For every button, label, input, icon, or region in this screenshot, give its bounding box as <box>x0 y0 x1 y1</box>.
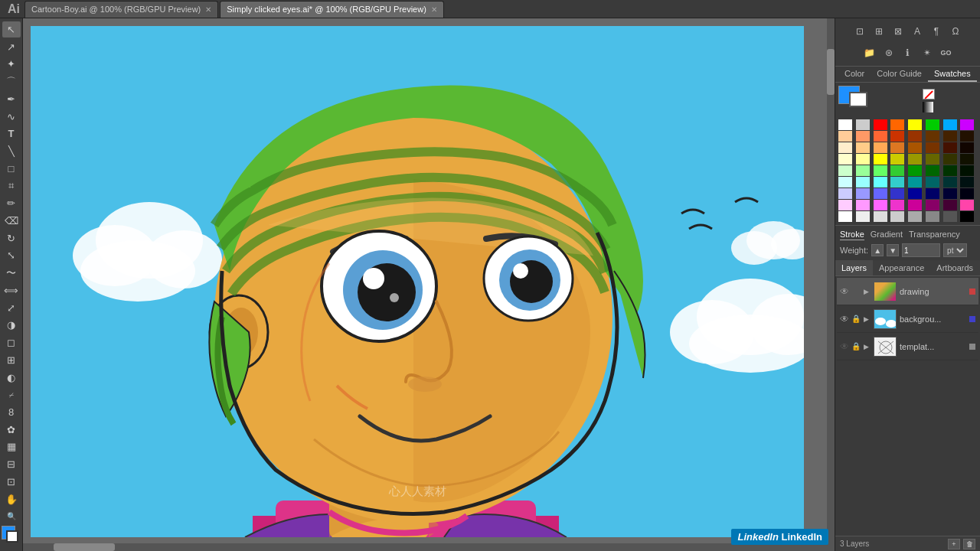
free-transform-tool[interactable]: ⤢ <box>2 300 21 316</box>
swatch[interactable] <box>890 211 904 222</box>
swatch[interactable] <box>960 119 974 130</box>
swatch[interactable] <box>856 154 870 165</box>
layer-row-drawing[interactable]: 👁 ▶ drawing <box>837 278 978 305</box>
swatch[interactable] <box>856 119 870 130</box>
panel-icon-char[interactable]: A <box>909 23 926 40</box>
swatch[interactable] <box>926 119 939 130</box>
swatch[interactable] <box>890 188 904 199</box>
swatch[interactable] <box>874 154 887 165</box>
direct-selection-tool[interactable]: ↗ <box>2 39 21 55</box>
swatch[interactable] <box>874 165 887 176</box>
swatch[interactable] <box>926 131 939 142</box>
tab-close-2[interactable]: ✕ <box>431 5 437 14</box>
stroke-weight-input[interactable]: 1 <box>902 243 940 257</box>
shape-builder-tool[interactable]: ◑ <box>2 317 21 333</box>
layer-visibility-background[interactable]: 👁 <box>838 314 851 324</box>
swatch[interactable] <box>960 165 974 176</box>
scroll-thumb-v[interactable] <box>827 49 835 95</box>
delete-layer-button[interactable]: 🗑 <box>963 539 975 549</box>
panel-icon-open[interactable]: 📁 <box>861 44 878 61</box>
swatch[interactable] <box>890 131 904 142</box>
layer-expand-template[interactable]: ▶ <box>861 343 871 350</box>
swatch[interactable] <box>926 211 939 222</box>
swatch[interactable] <box>838 211 852 222</box>
swatch[interactable] <box>926 200 939 210</box>
stroke-tab-gradient[interactable]: Gradient <box>871 229 903 240</box>
graph-tool[interactable]: ▦ <box>2 439 21 455</box>
swatch[interactable] <box>856 188 870 199</box>
layer-row-template[interactable]: 👁 🔒 ▶ templat... <box>837 333 978 360</box>
panel-icon-nav[interactable]: ⊛ <box>880 44 897 61</box>
layer-visibility-drawing[interactable]: 👁 <box>838 286 851 297</box>
swatch[interactable] <box>856 211 870 222</box>
panel-icon-go[interactable]: GO <box>938 44 955 61</box>
gradient-tool[interactable]: ◐ <box>2 370 21 386</box>
panel-icon-align[interactable]: ⊞ <box>871 23 887 40</box>
swatch[interactable] <box>874 211 887 222</box>
swatch[interactable] <box>943 142 957 153</box>
line-tool[interactable]: ╲ <box>2 143 21 159</box>
swatch[interactable] <box>874 142 887 153</box>
swatch[interactable] <box>908 142 922 153</box>
swatch[interactable] <box>856 131 870 142</box>
panel-icon-para[interactable]: ¶ <box>928 23 945 40</box>
swatch[interactable] <box>908 131 922 142</box>
swatch[interactable] <box>856 200 870 210</box>
layer-row-background[interactable]: 👁 🔒 ▶ backgrou... <box>837 305 978 333</box>
swatch[interactable] <box>926 177 939 187</box>
swatch[interactable] <box>960 142 974 153</box>
swatch[interactable] <box>856 177 870 187</box>
swatch[interactable] <box>943 200 957 210</box>
swatch[interactable] <box>943 165 957 176</box>
stroke-color-box[interactable] <box>6 530 18 543</box>
swatch[interactable] <box>890 200 904 210</box>
stroke-tab-stroke[interactable]: Stroke <box>840 229 864 240</box>
layer-lock-background[interactable]: 🔒 <box>851 315 861 323</box>
type-tool[interactable]: T <box>2 126 21 142</box>
layer-visibility-template[interactable]: 👁 <box>838 341 851 352</box>
swatch[interactable] <box>838 165 852 176</box>
swatch[interactable] <box>838 119 852 130</box>
tab-cartoon-boy[interactable]: Cartoon-Boy.ai @ 100% (RGB/GPU Preview) … <box>24 1 218 18</box>
pen-tool[interactable]: ✒ <box>2 91 21 107</box>
eraser-tool[interactable]: ⌫ <box>2 213 21 229</box>
stroke-tab-transparency[interactable]: Transparency <box>909 229 960 240</box>
lasso-tool[interactable]: ⌒ <box>2 73 21 90</box>
swatch[interactable] <box>874 119 887 130</box>
paintbrush-tool[interactable]: ⌗ <box>2 178 21 194</box>
swatch[interactable] <box>890 165 904 176</box>
tab-swatches[interactable]: Swatches <box>928 67 977 82</box>
none-icon[interactable] <box>923 89 935 99</box>
swatch[interactable] <box>960 188 974 199</box>
swatch[interactable] <box>960 177 974 187</box>
scroll-thumb-h[interactable] <box>54 543 115 551</box>
canvas-scrollbar-h[interactable] <box>23 543 827 551</box>
canvas-scrollbar-v[interactable] <box>827 18 835 551</box>
swatch[interactable] <box>856 165 870 176</box>
swatch[interactable] <box>908 211 922 222</box>
slice-tool[interactable]: ⊡ <box>2 474 21 490</box>
stroke-indicator[interactable] <box>849 92 867 107</box>
selection-tool[interactable]: ↖ <box>2 21 21 37</box>
swatch[interactable] <box>943 188 957 199</box>
swatch[interactable] <box>890 119 904 130</box>
swatch[interactable] <box>838 200 852 210</box>
swatch[interactable] <box>960 131 974 142</box>
panel-icon-info[interactable]: ℹ <box>900 44 916 61</box>
panel-icon-pathfinder[interactable]: ⊠ <box>890 23 906 40</box>
layer-expand-background[interactable]: ▶ <box>861 315 871 323</box>
swatch[interactable] <box>926 154 939 165</box>
blend-tool[interactable]: 8 <box>2 404 21 420</box>
swatch[interactable] <box>943 177 957 187</box>
swatch[interactable] <box>908 177 922 187</box>
stroke-weight-down[interactable]: ▼ <box>887 244 899 256</box>
swatch[interactable] <box>890 142 904 153</box>
swatch[interactable] <box>943 154 957 165</box>
swatch[interactable] <box>908 154 922 165</box>
pencil-tool[interactable]: ✏ <box>2 195 21 211</box>
swatch[interactable] <box>960 154 974 165</box>
swatch[interactable] <box>856 142 870 153</box>
swatch[interactable] <box>908 188 922 199</box>
swatch[interactable] <box>908 165 922 176</box>
width-tool[interactable]: ⟺ <box>2 282 21 298</box>
